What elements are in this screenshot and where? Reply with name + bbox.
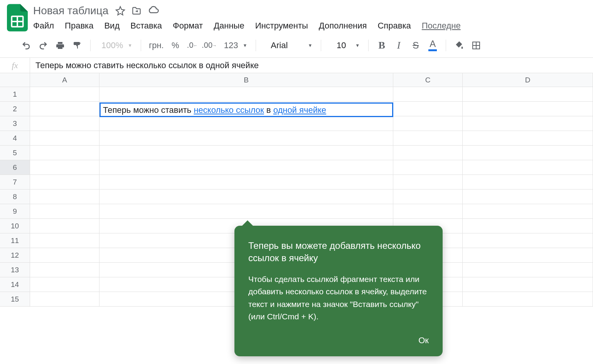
cell[interactable] (463, 263, 593, 277)
row-header[interactable]: 7 (0, 175, 30, 189)
cell[interactable] (30, 277, 99, 292)
select-all-corner[interactable] (0, 73, 30, 87)
cell[interactable] (463, 116, 593, 131)
row-header[interactable]: 9 (0, 204, 30, 218)
row-header[interactable]: 14 (0, 277, 30, 292)
cell[interactable] (30, 204, 99, 218)
cell[interactable] (99, 190, 393, 204)
cell[interactable] (393, 116, 463, 131)
decrease-decimal-button[interactable]: .0← (185, 38, 200, 53)
column-header-a[interactable]: A (30, 73, 99, 87)
cell[interactable] (30, 131, 99, 145)
row-header[interactable]: 2 (0, 102, 30, 116)
cell[interactable] (393, 160, 463, 174)
document-title[interactable]: Новая таблица (33, 5, 108, 17)
cell[interactable] (30, 263, 99, 277)
cell[interactable] (30, 219, 99, 233)
row-header[interactable]: 15 (0, 292, 30, 306)
font-size-dropdown[interactable]: 10▼ (327, 40, 363, 50)
redo-button[interactable] (35, 38, 51, 53)
cell[interactable] (393, 102, 463, 116)
row-header[interactable]: 11 (0, 233, 30, 248)
bold-button[interactable]: B (374, 38, 389, 53)
increase-decimal-button[interactable]: .00→ (202, 38, 217, 53)
cell[interactable] (30, 87, 99, 101)
cell[interactable] (463, 219, 593, 233)
row-header[interactable]: 1 (0, 87, 30, 101)
menu-data[interactable]: Данные (214, 21, 244, 31)
cell[interactable] (463, 175, 593, 189)
cell[interactable] (30, 292, 99, 306)
cell[interactable] (30, 248, 99, 262)
cell[interactable] (30, 160, 99, 174)
cell[interactable] (99, 116, 393, 131)
cell[interactable] (99, 175, 393, 189)
cell[interactable] (463, 102, 593, 116)
row-header[interactable]: 12 (0, 248, 30, 262)
cell[interactable] (393, 175, 463, 189)
menu-last-edit[interactable]: Последне (422, 21, 461, 31)
currency-button[interactable]: грн. (147, 38, 166, 53)
row-header[interactable]: 10 (0, 219, 30, 233)
menu-edit[interactable]: Правка (65, 21, 93, 31)
star-icon[interactable] (115, 6, 125, 16)
print-button[interactable] (52, 38, 68, 53)
text-color-button[interactable]: A (425, 38, 440, 53)
cell[interactable] (393, 190, 463, 204)
formula-input[interactable] (30, 58, 593, 73)
borders-button[interactable] (468, 38, 484, 53)
column-header-d[interactable]: D (463, 73, 593, 87)
cell[interactable] (463, 292, 593, 306)
row-header[interactable]: 3 (0, 116, 30, 131)
italic-button[interactable]: I (391, 38, 406, 53)
cell[interactable] (463, 190, 593, 204)
menu-addons[interactable]: Дополнения (319, 21, 367, 31)
cell[interactable] (393, 146, 463, 160)
cell[interactable] (30, 190, 99, 204)
cloud-status-icon[interactable] (148, 6, 159, 16)
column-header-b[interactable]: B (99, 73, 393, 87)
cell[interactable] (393, 87, 463, 101)
menu-tools[interactable]: Инструменты (255, 21, 308, 31)
cell[interactable] (99, 87, 393, 101)
row-header[interactable]: 4 (0, 131, 30, 145)
fill-color-button[interactable] (451, 38, 467, 53)
cell[interactable] (30, 175, 99, 189)
cell[interactable] (463, 204, 593, 218)
font-family-dropdown[interactable]: Arial▼ (261, 40, 315, 50)
cell[interactable] (463, 277, 593, 292)
tooltip-ok-button[interactable]: Ок (248, 335, 429, 346)
sheets-logo[interactable] (7, 4, 28, 32)
menu-file[interactable]: Файл (33, 21, 54, 31)
menu-insert[interactable]: Вставка (130, 21, 162, 31)
paint-format-button[interactable] (69, 38, 85, 53)
cell[interactable] (30, 116, 99, 131)
cell[interactable] (463, 146, 593, 160)
menu-help[interactable]: Справка (377, 21, 411, 31)
column-header-c[interactable]: C (393, 73, 463, 87)
row-header[interactable]: 8 (0, 190, 30, 204)
percent-button[interactable]: % (168, 38, 183, 53)
cell[interactable] (463, 87, 593, 101)
row-header[interactable]: 13 (0, 263, 30, 277)
row-header[interactable]: 5 (0, 146, 30, 160)
menu-view[interactable]: Вид (104, 21, 120, 31)
zoom-dropdown[interactable]: 100%▼ (96, 40, 135, 50)
cell[interactable] (463, 248, 593, 262)
strikethrough-button[interactable]: S (408, 38, 423, 53)
cell[interactable] (393, 131, 463, 145)
cell[interactable] (30, 146, 99, 160)
row-header[interactable]: 6 (0, 160, 30, 174)
cell[interactable] (30, 233, 99, 248)
cell[interactable] (30, 102, 99, 116)
cell[interactable] (99, 102, 393, 116)
number-format-dropdown[interactable]: 123▼ (219, 40, 251, 50)
cell[interactable] (463, 233, 593, 248)
cell[interactable] (99, 204, 393, 218)
cell[interactable] (393, 204, 463, 218)
cell[interactable] (463, 131, 593, 145)
move-icon[interactable] (131, 6, 142, 16)
menu-format[interactable]: Формат (173, 21, 203, 31)
undo-button[interactable] (19, 38, 34, 53)
cell[interactable] (99, 146, 393, 160)
